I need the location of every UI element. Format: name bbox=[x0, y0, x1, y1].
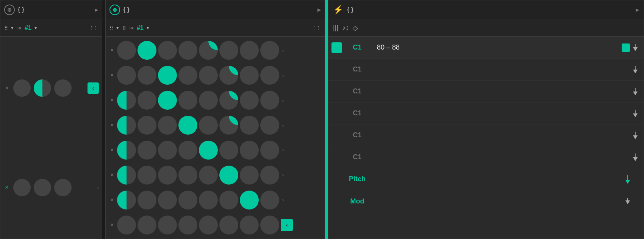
mid-c5[interactable] bbox=[199, 41, 218, 60]
mid-r2c2[interactable] bbox=[138, 66, 156, 85]
step-circle-2-1[interactable] bbox=[13, 179, 31, 196]
row-note-pitch[interactable]: Pitch bbox=[342, 175, 372, 183]
mid-r8c6[interactable] bbox=[219, 216, 238, 234]
mid-r6c8[interactable] bbox=[260, 166, 279, 185]
mid-r2c5[interactable] bbox=[199, 66, 218, 85]
mid-c2[interactable] bbox=[138, 41, 156, 60]
row-arrow-7[interactable]: › bbox=[282, 197, 284, 203]
mid-r6c2[interactable] bbox=[138, 166, 156, 185]
mid-r8c4[interactable] bbox=[178, 216, 197, 234]
mid-r3c8[interactable] bbox=[260, 91, 279, 110]
mid-r5c8[interactable] bbox=[260, 141, 279, 160]
mute-x-m4[interactable]: × bbox=[109, 122, 116, 129]
mid-c4[interactable] bbox=[178, 41, 197, 60]
braces-icon-mid[interactable]: { } bbox=[123, 6, 130, 13]
mid-r3c6[interactable] bbox=[219, 91, 238, 110]
row-arrow-4[interactable]: › bbox=[282, 123, 284, 128]
row-slider-6[interactable] bbox=[630, 154, 641, 161]
mid-c3[interactable] bbox=[158, 41, 177, 60]
row-note-5[interactable]: C1 bbox=[342, 131, 372, 139]
mid-r2c4[interactable] bbox=[178, 66, 197, 85]
mid-r5c2[interactable] bbox=[138, 141, 156, 160]
mid-r4c1[interactable] bbox=[117, 116, 136, 135]
mute-x-m3[interactable]: × bbox=[109, 97, 116, 104]
mute-x-2[interactable]: × bbox=[3, 184, 10, 191]
mid-r2c3[interactable] bbox=[158, 66, 177, 85]
row-slider-7[interactable] bbox=[622, 175, 633, 184]
mid-r2c8[interactable] bbox=[260, 66, 279, 85]
mid-r8c7[interactable] bbox=[240, 216, 259, 234]
mid-c7[interactable] bbox=[240, 41, 259, 60]
mid-r3c1[interactable] bbox=[117, 91, 136, 110]
mid-r2c6[interactable] bbox=[219, 66, 238, 85]
mid-r7c4[interactable] bbox=[178, 191, 197, 210]
enter-icon-mid[interactable]: ⇥ bbox=[129, 25, 134, 31]
back-button-mid[interactable]: ‹ bbox=[281, 219, 293, 231]
row-note-2[interactable]: C1 bbox=[342, 65, 372, 73]
grid-icon[interactable]: ⠿ bbox=[4, 25, 8, 31]
mid-r7c2[interactable] bbox=[138, 191, 156, 210]
row-slider-3[interactable] bbox=[630, 88, 641, 95]
row-note-mod[interactable]: Mod bbox=[342, 197, 372, 205]
mid-r7c7[interactable] bbox=[240, 191, 259, 210]
mid-r8c1[interactable] bbox=[117, 216, 136, 234]
step-circle-2-3[interactable] bbox=[54, 179, 72, 196]
mid-r4c3[interactable] bbox=[158, 116, 177, 135]
mid-r5c6[interactable] bbox=[219, 141, 238, 160]
nav-back-button-1[interactable]: ‹ bbox=[88, 82, 99, 94]
row-arrow-6[interactable]: › bbox=[282, 172, 284, 178]
step-circle-1-3[interactable] bbox=[54, 79, 72, 97]
row-note-1[interactable]: C1 bbox=[342, 43, 372, 51]
mid-r3c7[interactable] bbox=[240, 91, 259, 110]
mid-r3c5[interactable] bbox=[199, 91, 218, 110]
mid-r7c8[interactable] bbox=[260, 191, 279, 210]
mid-c6[interactable] bbox=[219, 41, 238, 60]
mid-r3c4[interactable] bbox=[178, 91, 197, 110]
play-icon[interactable]: ▶ bbox=[95, 7, 98, 12]
mid-r6c7[interactable] bbox=[240, 166, 259, 185]
mid-c8[interactable] bbox=[260, 41, 279, 60]
row-slider-5[interactable] bbox=[630, 132, 641, 139]
row-arrow-5[interactable]: › bbox=[282, 147, 284, 153]
mid-r4c8[interactable] bbox=[260, 116, 279, 135]
lightning-icon[interactable]: ⚡ bbox=[333, 5, 343, 15]
row-arrow-3[interactable]: › bbox=[282, 98, 284, 103]
expand-icon[interactable]: ⋮⋮ bbox=[89, 25, 98, 31]
mid-r5c3[interactable] bbox=[158, 141, 177, 160]
play-icon-right[interactable]: ▶ bbox=[636, 7, 639, 12]
mid-r5c4[interactable] bbox=[178, 141, 197, 160]
mute-x-m7[interactable]: × bbox=[109, 197, 116, 203]
mute-x-1[interactable]: × bbox=[3, 85, 10, 92]
mid-r4c6[interactable] bbox=[219, 116, 238, 135]
mid-r4c5[interactable] bbox=[199, 116, 218, 135]
mid-r8c5[interactable] bbox=[199, 216, 218, 234]
mid-r7c6[interactable] bbox=[219, 191, 238, 210]
row-slider-2[interactable] bbox=[630, 66, 641, 73]
row-note-6[interactable]: C1 bbox=[342, 153, 372, 161]
loop-icon[interactable]: ⊗ bbox=[4, 5, 15, 15]
mid-r2c7[interactable] bbox=[240, 66, 259, 85]
mid-r6c3[interactable] bbox=[158, 166, 177, 185]
grid-icon-mid[interactable]: ⠿ bbox=[109, 25, 113, 31]
row-note-3[interactable]: C1 bbox=[342, 87, 372, 95]
mid-c1[interactable] bbox=[117, 41, 136, 60]
braces-icon-right[interactable]: { } bbox=[347, 6, 353, 13]
mid-r5c7[interactable] bbox=[240, 141, 259, 160]
mid-r8c3[interactable] bbox=[158, 216, 177, 234]
mid-r6c4[interactable] bbox=[178, 166, 197, 185]
mid-r7c1[interactable] bbox=[117, 191, 136, 210]
mute-x-m5[interactable]: × bbox=[109, 147, 116, 154]
mid-r3c3[interactable] bbox=[158, 91, 177, 110]
row-note-4[interactable]: C1 bbox=[342, 109, 372, 117]
mid-r7c5[interactable] bbox=[199, 191, 218, 210]
mid-r3c2[interactable] bbox=[138, 91, 156, 110]
diamond-icon[interactable]: ◇ bbox=[353, 24, 358, 32]
mid-r8c2[interactable] bbox=[138, 216, 156, 234]
row-slider-8[interactable] bbox=[622, 198, 633, 204]
nav-forward-button-2[interactable]: › bbox=[97, 185, 99, 191]
step-circle-1-2[interactable] bbox=[34, 79, 51, 97]
mid-r6c5[interactable] bbox=[199, 166, 218, 185]
mid-r5c5[interactable] bbox=[199, 141, 218, 160]
mute-x-m8[interactable]: × bbox=[109, 222, 116, 228]
row-arrow-2[interactable]: › bbox=[282, 73, 284, 78]
